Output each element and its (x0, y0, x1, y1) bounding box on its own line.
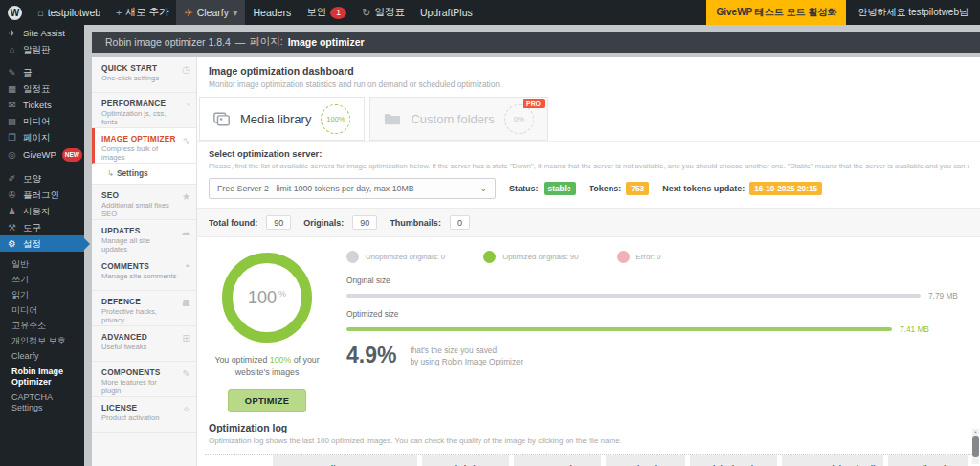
sidebar-item-settings[interactable]: ⚙ 설정 (0, 235, 84, 252)
sidebar-separator (0, 57, 84, 64)
chart-legend: Unoptimized originals: 0 Optimized origi… (346, 251, 969, 263)
menu-item-quick-start[interactable]: QUICK START One-click settings ◷ (92, 57, 196, 93)
grid-icon: ⊞ (183, 333, 190, 344)
updraftplus-label: UpdraftPlus (420, 7, 473, 18)
menu-item-defence[interactable]: DEFENCE Protective hacks, privacy ☗ (92, 291, 196, 326)
legend-label: Optimized originals: 90 (502, 253, 578, 261)
menu-item-license[interactable]: LICENSE Product activation ✧ (92, 397, 196, 433)
sidebar-separator (0, 164, 84, 170)
submenu-captcha-settings[interactable]: CAPTCHA Settings (0, 389, 84, 415)
submenu-clearfy[interactable]: Clearfy (0, 348, 84, 364)
updraftplus-link[interactable]: UpdraftPlus (412, 0, 480, 25)
menu-subitem-settings[interactable]: ↳Settings (92, 164, 196, 185)
sidebar-item-label: Tickets (23, 100, 52, 111)
optimized-note: You optimized 100% of your website's ima… (209, 354, 325, 379)
gray-dot-icon (346, 251, 359, 263)
total-found-value: 90 (266, 215, 291, 230)
sidebar-item-users[interactable]: ♟ 사용자 (0, 203, 84, 219)
savings-percent: 4.9% (346, 343, 396, 368)
clearfy-menu[interactable]: ✈ Clearfy ▾ (176, 0, 245, 25)
sidebar-item-givewp[interactable]: ◎ GiveWP NEW (0, 145, 84, 164)
tab-label: Custom folders (411, 112, 494, 126)
sidebar-item-plugins[interactable]: ✇ 플러그인 (0, 187, 84, 203)
refresh-icon: ↻ (362, 7, 370, 19)
menu-item-advanced[interactable]: ADVANCED Useful tweaks ⊞ (92, 326, 196, 362)
wp-logo-menu[interactable]: W (0, 0, 30, 25)
tools-icon: ⚒ (7, 222, 17, 233)
new-item-link[interactable]: + 새로 추가 (108, 0, 176, 25)
legend-optimized: Optimized originals: 90 (483, 251, 578, 263)
menu-subitem-label: Settings (117, 168, 148, 178)
sidebar-item-site-assist[interactable]: ✈ Site Assist (0, 25, 84, 41)
tab-custom-folders[interactable]: Custom folders 0% PRO (369, 97, 547, 141)
donut-column: 100% You optimized 100% of your website'… (209, 250, 325, 412)
sidebar-item-tools[interactable]: ⚒ 도구 (0, 219, 84, 235)
scrollbar-thumb[interactable] (972, 436, 979, 457)
sidebar-item-appearance[interactable]: ✐ 모양 (0, 170, 84, 187)
menu-item-updates[interactable]: UPDATES Manage all site updates ☁ (92, 220, 196, 255)
legend-error: Error: 0 (617, 251, 661, 263)
sidebar-item-posts[interactable]: ✎ 글 (0, 64, 84, 80)
submenu-reading[interactable]: 읽기 (0, 287, 84, 302)
dashboard-icon: ⌂ (7, 44, 17, 55)
submenu-robin-image-optimizer[interactable]: Robin Image Optimizer (0, 364, 84, 389)
schedule-link[interactable]: ↻ 일정표 (354, 0, 412, 25)
tab-label: Media library (240, 112, 311, 126)
server-description: Please, find the list of available serve… (209, 162, 969, 170)
tab-media-library[interactable]: Media library 100% (199, 97, 365, 141)
speedometer-icon: ◔ (185, 100, 190, 110)
star-icon: ★ (182, 191, 190, 202)
menu-item-subtitle: Compress bulk of images (101, 145, 177, 162)
user-icon: ♟ (7, 206, 17, 217)
user-greeting[interactable]: 안녕하세요 testpilotweb님 (846, 6, 980, 19)
sidebar-item-dashboard[interactable]: ⌂ 알림판 (0, 41, 84, 57)
scroll-up-icon[interactable]: ▲ (972, 429, 979, 434)
dashboard-header: Image optimization dashboard Monitor ima… (197, 57, 980, 93)
submenu-media[interactable]: 미디어 (0, 302, 84, 318)
submenu-writing[interactable]: 쓰기 (0, 272, 84, 287)
savings-summary: 4.9% that's the size you saved by using … (346, 343, 969, 368)
column-current-size: Current size (514, 455, 601, 466)
menu-item-seo[interactable]: SEO Additional small fixes SEO ★ (92, 185, 196, 220)
sidebar-item-pages[interactable]: ❐ 페이지 (0, 129, 84, 145)
givewp-test-mode-button[interactable]: GiveWP 테스트 모드 활성화 (706, 0, 846, 25)
site-home-link[interactable]: ⌂ testpilotweb (30, 0, 108, 25)
originals-label: Originals: (303, 218, 344, 228)
submenu-permalinks[interactable]: 고유주소 (0, 318, 84, 333)
menu-item-title: COMMENTS (101, 261, 177, 271)
chart-icon: ∿ (183, 135, 190, 145)
submenu-privacy[interactable]: 개인정보 보호 (0, 333, 84, 348)
comment-icon: ❝ (186, 262, 190, 273)
savings-note: that's the size you saved by using Robin… (410, 343, 523, 367)
menu-item-subtitle: Useful tweaks (101, 344, 177, 352)
menu-item-image-optimizer[interactable]: IMAGE OPTIMIZER Compress bulk of images … (92, 128, 196, 164)
sidebar-item-label: 일정표 (23, 83, 51, 95)
page-scrollbar[interactable]: ▲ (972, 429, 979, 464)
menu-item-components[interactable]: COMPONENTS More features for plugin ✎ (92, 362, 196, 397)
headers-link[interactable]: Headers (245, 0, 299, 25)
sidebar-item-tickets[interactable]: ✉ Tickets (0, 97, 84, 113)
column-overall-saving: Overall Saving (888, 455, 968, 466)
security-count-badge: 1 (330, 7, 346, 19)
menu-item-comments[interactable]: COMMENTS Manage site comments ❝ (92, 255, 196, 291)
optimization-chart: 100% You optimized 100% of your website'… (197, 237, 980, 414)
sidebar-item-label: Site Assist (23, 28, 65, 39)
submenu-general[interactable]: 일반 (0, 256, 84, 272)
sidebar-item-media[interactable]: ▤ 미디어 (0, 113, 84, 129)
plugin-content: Image optimization dashboard Monitor ima… (197, 57, 980, 466)
images-icon (213, 112, 231, 126)
sidebar-item-label: 알림판 (23, 44, 51, 55)
gear-icon: ⚙ (7, 238, 17, 250)
givewp-icon: ◎ (7, 149, 17, 161)
page-label: 페이지: (250, 35, 282, 49)
optimized-size-label: Optimized size (346, 309, 969, 319)
server-select[interactable]: Free Server 2 - limit 1000 tokens per da… (209, 178, 496, 199)
menu-item-title: COMPONENTS (101, 367, 177, 377)
pen-icon: ✎ (183, 368, 190, 379)
original-size-bar (346, 294, 921, 298)
menu-item-title: ADVANCED (101, 332, 177, 342)
optimize-button[interactable]: OPTIMIZE (228, 389, 306, 412)
security-link[interactable]: 보안 1 (299, 0, 354, 25)
menu-item-performance[interactable]: PERFORMANCE Optimization js, css, fonts … (92, 93, 196, 128)
sidebar-item-calendar[interactable]: ▦ 일정표 (0, 80, 84, 97)
